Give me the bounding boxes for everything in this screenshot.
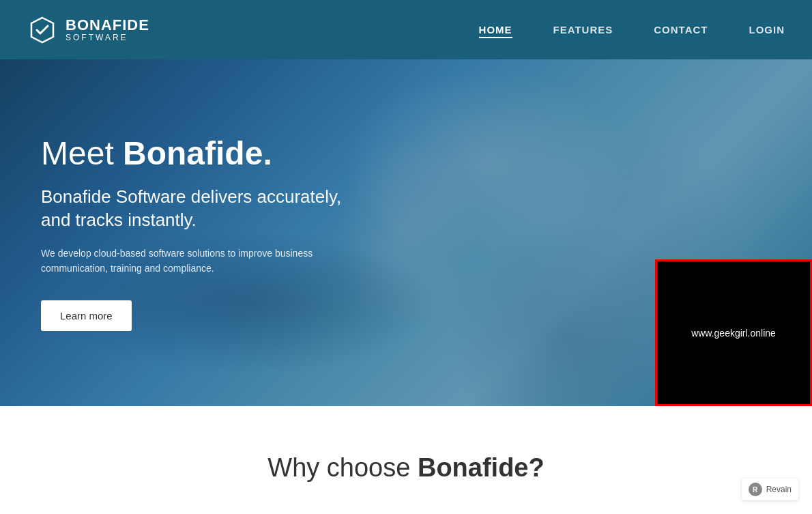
why-section: Why choose Bonafide? [0, 406, 812, 514]
hero-subtitle: Bonafide Software delivers accurately, a… [41, 186, 368, 232]
nav-item-login[interactable]: LOGIN [749, 24, 785, 36]
navbar: BONAFIDE SOFTWARE HOME FEATURES CONTACT … [0, 0, 812, 59]
learn-more-button[interactable]: Learn more [41, 300, 132, 331]
nav-links: HOME FEATURES CONTACT LOGIN [479, 24, 785, 36]
revain-badge: R Revain [742, 479, 798, 500]
why-title-prefix: Why choose [267, 453, 418, 482]
why-title-bold: Bonafide? [418, 453, 545, 482]
hero-title-prefix: Meet [41, 135, 123, 171]
hero-title-bold: Bonafide. [123, 135, 272, 171]
brand-sub: SOFTWARE [66, 33, 149, 42]
nav-link-login[interactable]: LOGIN [749, 24, 785, 35]
nav-item-features[interactable]: FEATURES [553, 24, 613, 36]
hero-title: Meet Bonafide. [41, 134, 368, 172]
why-title: Why choose Bonafide? [267, 453, 544, 483]
nav-link-contact[interactable]: CONTACT [654, 24, 708, 35]
watermark-text: www.geekgirl.online [691, 328, 776, 339]
brand-logo[interactable]: BONAFIDE SOFTWARE [27, 15, 149, 45]
brand-main: BONAFIDE [66, 17, 149, 33]
hero-description: We develop cloud-based software solution… [41, 246, 341, 276]
nav-link-features[interactable]: FEATURES [553, 24, 613, 35]
nav-item-home[interactable]: HOME [479, 24, 512, 36]
hero-section: Meet Bonafide. Bonafide Software deliver… [0, 59, 812, 406]
revain-icon: R [749, 483, 762, 496]
watermark-box: www.geekgirl.online [655, 259, 812, 406]
brand-text: BONAFIDE SOFTWARE [66, 17, 149, 42]
bonafide-logo-icon [27, 15, 57, 45]
hero-content: Meet Bonafide. Bonafide Software deliver… [0, 134, 409, 332]
revain-label: Revain [766, 485, 792, 494]
nav-link-home[interactable]: HOME [479, 24, 512, 38]
nav-item-contact[interactable]: CONTACT [654, 24, 708, 36]
